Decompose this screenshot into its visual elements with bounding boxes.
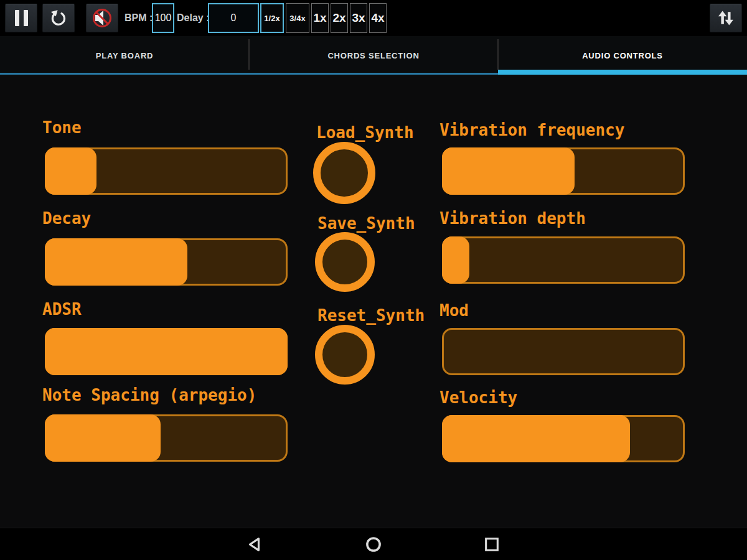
vibration-depth-label: Vibration depth xyxy=(439,209,586,228)
velocity-slider[interactable] xyxy=(442,415,685,462)
android-navigation-bar xyxy=(0,528,747,560)
note-spacing-slider-fill xyxy=(45,414,161,462)
speed-button-3x[interactable]: 3x xyxy=(350,3,367,33)
decay-slider[interactable] xyxy=(45,238,288,286)
bpm-label: BPM : xyxy=(125,0,153,36)
decay-label: Decay xyxy=(42,209,91,228)
replay-button[interactable] xyxy=(42,4,75,32)
audio-controls-panel: Tone Decay ADSR Note Spacing (arpegio) L… xyxy=(0,75,747,528)
note-spacing-slider[interactable] xyxy=(45,414,288,462)
tone-slider[interactable] xyxy=(45,147,288,195)
tab-label: PLAY BOARD xyxy=(96,51,154,60)
adsr-label: ADSR xyxy=(42,300,82,319)
mute-speaker-icon xyxy=(91,7,113,29)
speed-button-2x[interactable]: 2x xyxy=(331,3,348,33)
mod-slider[interactable] xyxy=(442,328,685,375)
vibration-frequency-slider-fill xyxy=(442,147,575,195)
swap-vertical-button[interactable] xyxy=(710,4,742,32)
vibration-frequency-label: Vibration frequency xyxy=(439,121,624,139)
save-synth-label: Save_Synth xyxy=(317,214,415,233)
decay-slider-fill xyxy=(45,238,187,286)
load-synth-label: Load_Synth xyxy=(316,123,414,142)
synth-app-screen: BPM : Delay : 1/2x 3/4x 1x 2x 3x 4x PLAY… xyxy=(0,0,747,560)
note-spacing-label: Note Spacing (arpegio) xyxy=(42,386,256,404)
vibration-depth-slider[interactable] xyxy=(442,236,685,284)
bpm-input[interactable] xyxy=(152,3,174,33)
tab-label: AUDIO CONTROLS xyxy=(582,51,663,60)
speed-button-threequarterx[interactable]: 3/4x xyxy=(286,3,309,33)
home-icon xyxy=(365,536,382,553)
home-button[interactable] xyxy=(364,534,383,554)
vibration-depth-slider-fill xyxy=(442,236,469,284)
reset-synth-label: Reset_Synth xyxy=(317,306,425,325)
recents-icon xyxy=(483,536,500,553)
load-synth-button[interactable] xyxy=(313,142,375,204)
active-tab-indicator xyxy=(498,70,747,75)
speed-button-1x[interactable]: 1x xyxy=(311,3,329,33)
back-button[interactable] xyxy=(245,534,265,554)
delay-input[interactable] xyxy=(208,3,259,33)
tone-slider-fill xyxy=(45,147,96,195)
vibration-frequency-slider[interactable] xyxy=(442,147,685,195)
pause-button[interactable] xyxy=(5,4,37,32)
velocity-label: Velocity xyxy=(439,388,517,407)
back-icon xyxy=(247,536,264,553)
replay-icon xyxy=(48,7,69,29)
reset-synth-button[interactable] xyxy=(315,325,375,385)
tab-play-board[interactable]: PLAY BOARD xyxy=(0,36,249,75)
mute-button[interactable] xyxy=(86,4,118,32)
tab-label: CHORDS SELECTION xyxy=(327,51,419,60)
speed-multiplier-group: 1/2x 3/4x 1x 2x 3x 4x xyxy=(260,3,387,33)
mod-label: Mod xyxy=(439,301,469,320)
delay-label: Delay : xyxy=(177,0,209,36)
velocity-slider-fill xyxy=(442,415,630,462)
swap-vertical-icon xyxy=(716,8,736,28)
top-toolbar: BPM : Delay : 1/2x 3/4x 1x 2x 3x 4x xyxy=(0,0,747,36)
pause-icon xyxy=(15,10,28,26)
tab-bar: PLAY BOARD CHORDS SELECTION AUDIO CONTRO… xyxy=(0,36,747,75)
adsr-slider-fill xyxy=(45,328,288,375)
recents-button[interactable] xyxy=(482,534,502,554)
speed-button-halfx[interactable]: 1/2x xyxy=(260,3,284,33)
speed-button-4x[interactable]: 4x xyxy=(369,3,387,33)
save-synth-button[interactable] xyxy=(315,232,375,292)
tab-chords-selection[interactable]: CHORDS SELECTION xyxy=(249,36,498,75)
tone-label: Tone xyxy=(42,118,82,137)
tab-audio-controls[interactable]: AUDIO CONTROLS xyxy=(498,36,747,75)
adsr-slider[interactable] xyxy=(45,328,288,375)
